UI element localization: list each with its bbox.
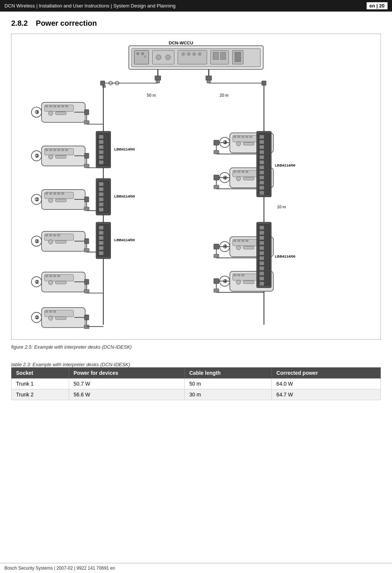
svg-rect-157 [237, 136, 240, 138]
svg-rect-220 [243, 281, 254, 284]
svg-rect-2 [134, 50, 149, 64]
table-cell: 50.7 W [69, 379, 185, 389]
table-cell: 56.6 W [69, 389, 185, 400]
desk-left-1: ③ [31, 102, 89, 124]
svg-text:②: ② [35, 153, 39, 159]
svg-rect-65 [53, 149, 56, 151]
svg-rect-166 [214, 150, 219, 154]
svg-rect-232 [259, 246, 264, 250]
dcn-wccu-label: DCN-WCCU [169, 40, 193, 45]
svg-rect-189 [259, 155, 264, 159]
distance-20m-label: 20 m [220, 93, 228, 97]
svg-rect-95 [99, 187, 103, 191]
svg-rect-156 [233, 136, 236, 138]
svg-rect-56 [99, 150, 103, 154]
svg-rect-238 [259, 277, 264, 280]
desk-left-3: ② [31, 190, 89, 211]
distance-10m-label: 10 m [277, 205, 286, 209]
svg-rect-90 [84, 207, 89, 211]
svg-rect-83 [57, 193, 60, 195]
svg-rect-82 [53, 193, 56, 195]
table-cell: 50 m [185, 379, 272, 389]
svg-rect-230 [259, 236, 264, 240]
header-title: DCN Wireless | Installation and User Ins… [4, 3, 175, 9]
svg-rect-179 [214, 175, 219, 180]
svg-rect-84 [61, 193, 64, 195]
lbb-label-1: LBB4114/00 [114, 147, 135, 151]
svg-point-145 [49, 316, 53, 320]
lbb-label-right-1: LBB4114/00 [275, 163, 295, 167]
svg-rect-193 [259, 176, 264, 180]
table-header-row: Socket Power for devices Cable length Co… [12, 368, 381, 379]
svg-point-12 [192, 52, 196, 56]
svg-rect-173 [237, 171, 240, 173]
svg-point-161 [236, 141, 241, 146]
desk-left-2: ② [31, 146, 89, 168]
svg-rect-224 [214, 289, 219, 292]
svg-rect-106 [53, 234, 56, 236]
svg-rect-117 [99, 226, 103, 230]
svg-rect-206 [243, 246, 254, 249]
col-header-corrected: Corrected power [272, 368, 381, 379]
svg-rect-104 [45, 234, 48, 236]
svg-rect-105 [49, 234, 52, 236]
svg-rect-237 [259, 272, 264, 275]
page-header: DCN Wireless | Installation and User Ins… [0, 0, 392, 12]
svg-rect-55 [99, 145, 103, 149]
svg-rect-32 [262, 81, 266, 85]
table-cell: 30 m [185, 389, 272, 400]
svg-rect-130 [57, 275, 60, 277]
svg-point-219 [236, 280, 241, 284]
page-number: en | 20 [367, 2, 388, 9]
svg-rect-217 [237, 274, 240, 277]
svg-rect-68 [65, 149, 68, 151]
svg-rect-192 [259, 171, 264, 174]
lbb-label-3: LBB4114/00 [114, 238, 135, 242]
svg-point-10 [181, 52, 185, 56]
svg-rect-107 [57, 234, 60, 236]
svg-point-8 [165, 55, 171, 60]
svg-point-108 [49, 240, 53, 244]
svg-rect-159 [245, 136, 248, 138]
svg-rect-194 [259, 181, 264, 184]
section-title: Power correction [36, 19, 97, 27]
svg-rect-204 [245, 240, 248, 242]
svg-rect-185 [259, 135, 264, 139]
svg-rect-74 [84, 164, 89, 168]
svg-rect-98 [99, 203, 103, 206]
col-header-cable: Cable length [185, 368, 272, 379]
svg-rect-49 [84, 121, 89, 124]
svg-point-205 [236, 246, 241, 250]
svg-point-69 [49, 155, 53, 159]
svg-rect-20 [155, 76, 161, 80]
svg-rect-132 [55, 281, 66, 284]
svg-rect-6 [152, 50, 174, 64]
svg-rect-148 [84, 315, 89, 320]
svg-rect-118 [99, 231, 103, 235]
table-row: Trunk 150.7 W50 m64.0 W [12, 379, 381, 389]
table-cell: 64.0 W [272, 379, 381, 389]
section-heading: 2.8.2 Power correction [11, 19, 381, 28]
svg-rect-231 [259, 241, 264, 245]
figure-caption: figure 2.5: Example with interpreter des… [11, 344, 381, 350]
svg-rect-228 [259, 226, 264, 230]
svg-rect-162 [243, 142, 254, 145]
svg-rect-177 [243, 177, 254, 180]
svg-rect-53 [99, 135, 103, 139]
svg-point-13 [198, 52, 202, 56]
col-header-socket: Socket [12, 368, 69, 379]
svg-rect-39 [49, 105, 52, 108]
diagram-container: DCN-WCCU [11, 34, 381, 340]
data-table: Socket Power for devices Cable length Co… [11, 367, 381, 400]
table-caption: table 2.3: Example with interpreter desk… [11, 362, 381, 367]
svg-text:②: ② [35, 239, 39, 244]
svg-rect-96 [99, 193, 103, 196]
footer-text: Bosch Security Systems | 2007-02 | 9922 … [4, 566, 115, 571]
svg-rect-181 [214, 185, 219, 189]
svg-rect-57 [99, 155, 103, 159]
svg-rect-172 [233, 171, 236, 173]
svg-rect-86 [55, 199, 66, 202]
desk-left-6: ② [31, 308, 89, 328]
svg-rect-144 [53, 311, 56, 313]
lbb-label-right-2: LBB4114/00 [275, 254, 295, 258]
